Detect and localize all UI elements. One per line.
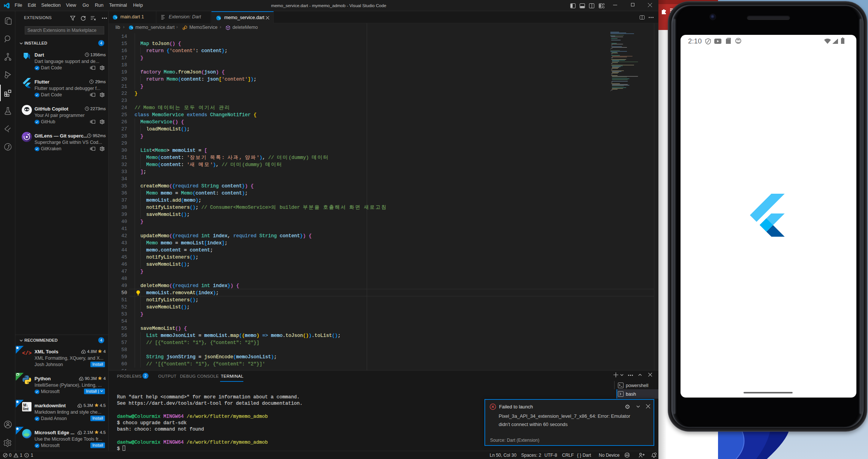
svg-text:lint: lint [23, 407, 29, 411]
svg-text:M↓: M↓ [23, 403, 28, 407]
